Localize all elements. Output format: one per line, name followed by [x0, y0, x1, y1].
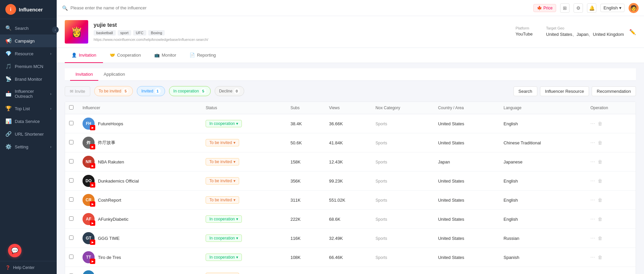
sidebar-item-search[interactable]: 🔍 Search [0, 22, 57, 35]
delete-icon[interactable]: 🗑 [598, 197, 602, 203]
decline-filter[interactable]: Decline 0 [215, 86, 244, 96]
subs-cell: 158K [286, 152, 325, 172]
sub-tab-application[interactable]: Application [98, 68, 130, 81]
search-button[interactable]: Search [514, 86, 537, 96]
sidebar-item-resource[interactable]: 💎 Resource › [0, 47, 57, 60]
to-be-invited-filter[interactable]: To be invited 5 [94, 86, 133, 96]
influencer-name[interactable]: FutureHoops [98, 121, 123, 126]
table-row: NR ▶ NBA Rakuten To be invited ▾ 158K 12… [65, 152, 636, 172]
sidebar-toggle[interactable]: ‹ [52, 26, 59, 33]
recommendation-button[interactable]: Recommendation [592, 86, 636, 96]
status-badge[interactable]: To be invited ▾ [206, 196, 239, 204]
influencer-name[interactable]: NBA Rakuten [98, 159, 124, 164]
subs-cell: 222K [286, 210, 325, 229]
row-checkbox[interactable] [69, 121, 73, 125]
more-options-icon[interactable]: ⋯ [590, 255, 595, 260]
invited-filter[interactable]: Invited 1 [137, 86, 165, 96]
tab-cooperation[interactable]: 🤝 Cooperation [103, 48, 148, 63]
notification-icon[interactable]: 🔔 [587, 3, 596, 13]
row-checkbox[interactable] [69, 255, 73, 259]
select-all-checkbox[interactable] [69, 105, 73, 110]
status-badge[interactable]: To be invited ▾ [206, 273, 239, 274]
table-row: CR ▶ CoshReport To be invited ▾ 311K 551… [65, 191, 636, 210]
row-checkbox[interactable] [69, 235, 73, 240]
platform-badge-icon: ▶ [90, 144, 95, 149]
influencer-resource-button[interactable]: Influencer Resource [540, 86, 589, 96]
sidebar-item-brand-monitor[interactable]: 📡 Brand Monitor [0, 73, 57, 85]
subs-cell: 311K [286, 191, 325, 210]
more-options-icon[interactable]: ⋯ [590, 121, 595, 126]
status-badge[interactable]: In cooperation ▾ [206, 120, 242, 127]
price-flag: 🍁 [537, 6, 542, 10]
influencer-cell: TT ▶ Tiro de Tres [83, 251, 198, 263]
influencer-name[interactable]: GGG TIME [98, 236, 120, 241]
operation-cell: ⋯ 🗑 [590, 197, 632, 203]
sidebar-item-top-list[interactable]: 🏆 Top List › [0, 102, 57, 115]
status-badge[interactable]: To be invited ▾ [206, 139, 239, 146]
sidebar-item-setting[interactable]: ⚙️ Setting › [0, 140, 57, 153]
edit-button[interactable]: ✏️ [629, 29, 636, 35]
sidebar-item-premium-mcn[interactable]: 🎵 Premium MCN [0, 60, 57, 73]
delete-icon[interactable]: 🗑 [598, 178, 602, 184]
grid-icon[interactable]: ⊞ [560, 3, 570, 13]
status-dropdown-icon: ▾ [233, 179, 235, 183]
influencer-name[interactable]: CoshReport [98, 198, 121, 203]
delete-icon[interactable]: 🗑 [598, 216, 602, 222]
tab-reporting[interactable]: 📄 Reporting [183, 48, 222, 63]
status-badge[interactable]: In cooperation ▾ [206, 234, 242, 242]
status-badge[interactable]: In cooperation ▾ [206, 215, 242, 223]
influencer-cell: FH ▶ FutureHoops [83, 118, 198, 130]
price-button[interactable]: 🍁 Price [533, 4, 556, 12]
influencer-name[interactable]: 炸厅故事 [98, 140, 115, 146]
tab-monitor[interactable]: 📺 Monitor [148, 48, 183, 63]
influencer-name[interactable]: Tiro de Tres [98, 255, 121, 260]
delete-icon[interactable]: 🗑 [598, 140, 602, 145]
row-checkbox[interactable] [69, 159, 73, 163]
status-dropdown-icon: ▾ [233, 159, 235, 164]
country-cell: United States [434, 229, 499, 248]
more-options-icon[interactable]: ⋯ [590, 235, 595, 241]
main-content: 🔍 🍁 Price ⊞ ⚙ 🔔 English ▾ 🧑 👸 yujie test… [57, 0, 644, 274]
subs-cell: 1.56M [286, 267, 325, 274]
delete-icon[interactable]: 🗑 [598, 235, 602, 241]
sidebar-item-influencer-outreach[interactable]: 📩 Influencer Outreach › [0, 85, 57, 102]
row-checkbox[interactable] [69, 216, 73, 221]
more-options-icon[interactable]: ⋯ [590, 197, 595, 203]
in-cooperation-filter[interactable]: In cooperation 5 [169, 86, 211, 96]
help-center-link[interactable]: ❓ Help Center [0, 261, 57, 274]
status-badge[interactable]: To be invited ▾ [206, 177, 239, 185]
more-options-icon[interactable]: ⋯ [590, 178, 595, 184]
sub-tab-invitation[interactable]: Invitation [70, 68, 98, 81]
brand-monitor-icon: 📡 [5, 76, 11, 82]
operation-cell: ⋯ 🗑 [590, 216, 632, 222]
campaign-icon: 📢 [5, 38, 11, 44]
row-checkbox[interactable] [69, 140, 73, 144]
delete-icon[interactable]: 🗑 [598, 121, 602, 126]
sidebar-item-url-shortener[interactable]: 🔗 URL Shortener [0, 128, 57, 140]
language-selector[interactable]: English ▾ [600, 4, 625, 12]
platform-badge-icon: ▶ [90, 259, 95, 264]
influencer-name[interactable]: Dunkademics Official [98, 179, 139, 184]
influencer-avatar-wrap: AF ▶ [83, 213, 95, 225]
search-input[interactable] [70, 5, 196, 10]
row-checkbox[interactable] [69, 178, 73, 183]
delete-icon[interactable]: 🗑 [598, 159, 602, 164]
sidebar-item-data-service[interactable]: 📊 Data Service [0, 115, 57, 128]
settings-icon[interactable]: ⚙ [574, 3, 583, 13]
table-row: TR ▶ Top Rank Boxing To be invited ▾ 1.5… [65, 267, 636, 274]
campaign-link[interactable]: https://www.noxinfluencer.com/help/knowl… [94, 38, 510, 42]
status-badge[interactable]: To be invited ▾ [206, 158, 239, 165]
status-badge[interactable]: In cooperation ▾ [206, 254, 242, 261]
more-options-icon[interactable]: ⋯ [590, 159, 595, 164]
more-options-icon[interactable]: ⋯ [590, 140, 595, 145]
row-checkbox[interactable] [69, 197, 73, 202]
invite-button[interactable]: ✉ Invite [65, 86, 90, 96]
user-avatar[interactable]: 🧑 [629, 3, 639, 13]
influencer-name[interactable]: AFunkyDiabetic [98, 217, 128, 222]
category-cell: Sports [372, 191, 434, 210]
tab-invitation[interactable]: 👤 Invitation [65, 48, 103, 63]
more-options-icon[interactable]: ⋯ [590, 216, 595, 222]
delete-icon[interactable]: 🗑 [598, 255, 602, 260]
chat-button[interactable]: 💬 [8, 244, 21, 257]
sidebar-item-campaign[interactable]: 📢 Campaign [0, 35, 57, 47]
